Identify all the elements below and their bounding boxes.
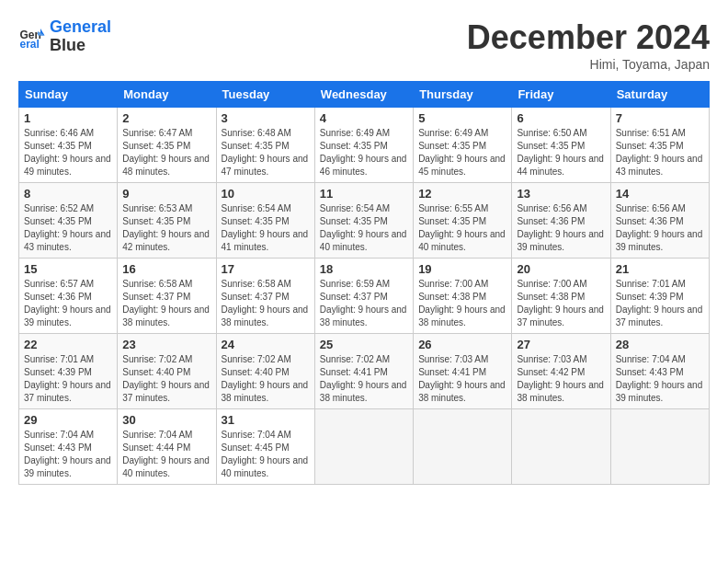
- day-info: Sunrise: 6:46 AMSunset: 4:35 PMDaylight:…: [24, 127, 112, 178]
- day-info: Sunrise: 6:53 AMSunset: 4:35 PMDaylight:…: [122, 202, 210, 254]
- calendar-cell: 16Sunrise: 6:58 AMSunset: 4:37 PMDayligh…: [118, 259, 216, 334]
- calendar-cell: 1Sunrise: 6:46 AMSunset: 4:35 PMDaylight…: [19, 108, 118, 183]
- calendar-cell: 9Sunrise: 6:53 AMSunset: 4:35 PMDaylight…: [118, 183, 216, 259]
- calendar-cell: 19Sunrise: 7:00 AMSunset: 4:38 PMDayligh…: [414, 259, 512, 334]
- header-saturday: Saturday: [610, 82, 709, 108]
- day-number: 2: [122, 111, 210, 125]
- day-number: 29: [24, 413, 112, 427]
- day-info: Sunrise: 6:47 AMSunset: 4:35 PMDaylight:…: [122, 127, 210, 178]
- calendar-cell: 23Sunrise: 7:02 AMSunset: 4:40 PMDayligh…: [118, 334, 216, 409]
- day-info: Sunrise: 7:04 AMSunset: 4:43 PMDaylight:…: [24, 429, 112, 480]
- calendar-cell: [610, 409, 709, 485]
- calendar-cell: 31Sunrise: 7:04 AMSunset: 4:45 PMDayligh…: [216, 409, 314, 485]
- day-info: Sunrise: 6:58 AMSunset: 4:37 PMDaylight:…: [122, 278, 210, 329]
- calendar-cell: 21Sunrise: 7:01 AMSunset: 4:39 PMDayligh…: [610, 259, 709, 334]
- day-number: 19: [418, 262, 506, 276]
- day-info: Sunrise: 6:56 AMSunset: 4:36 PMDaylight:…: [616, 202, 704, 254]
- day-number: 24: [222, 338, 310, 351]
- calendar-cell: 10Sunrise: 6:54 AMSunset: 4:35 PMDayligh…: [216, 183, 314, 259]
- calendar-cell: 22Sunrise: 7:01 AMSunset: 4:39 PMDayligh…: [19, 334, 118, 409]
- day-info: Sunrise: 7:02 AMSunset: 4:40 PMDaylight:…: [222, 353, 310, 405]
- calendar-week-row: 22Sunrise: 7:01 AMSunset: 4:39 PMDayligh…: [19, 334, 710, 409]
- day-info: Sunrise: 7:02 AMSunset: 4:40 PMDaylight:…: [122, 353, 210, 405]
- calendar-cell: 26Sunrise: 7:03 AMSunset: 4:41 PMDayligh…: [414, 334, 512, 409]
- day-number: 9: [122, 187, 210, 201]
- day-info: Sunrise: 7:03 AMSunset: 4:42 PMDaylight:…: [517, 353, 605, 405]
- svg-text:eral: eral: [20, 38, 40, 51]
- calendar-cell: 12Sunrise: 6:55 AMSunset: 4:35 PMDayligh…: [414, 183, 512, 259]
- day-number: 13: [517, 187, 605, 201]
- header-thursday: Thursday: [414, 82, 512, 108]
- calendar-cell: 7Sunrise: 6:51 AMSunset: 4:35 PMDaylight…: [610, 108, 709, 183]
- day-info: Sunrise: 6:59 AMSunset: 4:37 PMDaylight:…: [320, 278, 408, 329]
- calendar-cell: 4Sunrise: 6:49 AMSunset: 4:35 PMDaylight…: [314, 108, 413, 183]
- day-number: 1: [24, 111, 112, 125]
- day-info: Sunrise: 6:57 AMSunset: 4:36 PMDaylight:…: [24, 278, 112, 329]
- title-block: December 2024 Himi, Toyama, Japan: [467, 18, 710, 72]
- day-number: 31: [222, 413, 310, 427]
- calendar-cell: 2Sunrise: 6:47 AMSunset: 4:35 PMDaylight…: [118, 108, 216, 183]
- day-number: 28: [616, 338, 704, 351]
- calendar-week-row: 1Sunrise: 6:46 AMSunset: 4:35 PMDaylight…: [19, 108, 710, 183]
- day-number: 16: [122, 262, 210, 276]
- calendar-cell: 28Sunrise: 7:04 AMSunset: 4:43 PMDayligh…: [610, 334, 709, 409]
- day-number: 14: [616, 187, 704, 201]
- calendar-cell: 24Sunrise: 7:02 AMSunset: 4:40 PMDayligh…: [216, 334, 314, 409]
- day-info: Sunrise: 6:50 AMSunset: 4:35 PMDaylight:…: [517, 127, 605, 178]
- day-info: Sunrise: 6:56 AMSunset: 4:36 PMDaylight:…: [517, 202, 605, 254]
- calendar-week-row: 15Sunrise: 6:57 AMSunset: 4:36 PMDayligh…: [19, 259, 710, 334]
- calendar-cell: 20Sunrise: 7:00 AMSunset: 4:38 PMDayligh…: [512, 259, 610, 334]
- day-info: Sunrise: 6:48 AMSunset: 4:35 PMDaylight:…: [222, 127, 310, 178]
- day-info: Sunrise: 7:04 AMSunset: 4:45 PMDaylight:…: [222, 429, 310, 480]
- day-info: Sunrise: 6:58 AMSunset: 4:37 PMDaylight:…: [222, 278, 310, 329]
- calendar-cell: [314, 409, 413, 485]
- page-header: Gen eral GeneralBlue December 2024 Himi,…: [18, 18, 710, 72]
- day-info: Sunrise: 6:54 AMSunset: 4:35 PMDaylight:…: [320, 202, 408, 254]
- day-number: 25: [320, 338, 408, 351]
- day-info: Sunrise: 7:04 AMSunset: 4:44 PMDaylight:…: [122, 429, 210, 480]
- calendar-cell: 18Sunrise: 6:59 AMSunset: 4:37 PMDayligh…: [314, 259, 413, 334]
- day-number: 8: [24, 187, 112, 201]
- calendar-cell: 15Sunrise: 6:57 AMSunset: 4:36 PMDayligh…: [19, 259, 118, 334]
- day-info: Sunrise: 6:54 AMSunset: 4:35 PMDaylight:…: [222, 202, 310, 254]
- day-number: 10: [222, 187, 310, 201]
- calendar-cell: 8Sunrise: 6:52 AMSunset: 4:35 PMDaylight…: [19, 183, 118, 259]
- day-number: 4: [320, 111, 408, 125]
- day-number: 7: [616, 111, 704, 125]
- day-info: Sunrise: 6:55 AMSunset: 4:35 PMDaylight:…: [418, 202, 506, 254]
- weekday-header-row: Sunday Monday Tuesday Wednesday Thursday…: [19, 82, 710, 108]
- day-info: Sunrise: 7:01 AMSunset: 4:39 PMDaylight:…: [24, 353, 112, 405]
- calendar-cell: 14Sunrise: 6:56 AMSunset: 4:36 PMDayligh…: [610, 183, 709, 259]
- logo: Gen eral GeneralBlue: [18, 18, 111, 55]
- day-number: 12: [418, 187, 506, 201]
- day-info: Sunrise: 7:03 AMSunset: 4:41 PMDaylight:…: [418, 353, 506, 405]
- day-number: 5: [418, 111, 506, 125]
- calendar-cell: 27Sunrise: 7:03 AMSunset: 4:42 PMDayligh…: [512, 334, 610, 409]
- header-wednesday: Wednesday: [314, 82, 413, 108]
- calendar-cell: 29Sunrise: 7:04 AMSunset: 4:43 PMDayligh…: [19, 409, 118, 485]
- day-info: Sunrise: 6:49 AMSunset: 4:35 PMDaylight:…: [418, 127, 506, 178]
- calendar-cell: 25Sunrise: 7:02 AMSunset: 4:41 PMDayligh…: [314, 334, 413, 409]
- day-number: 6: [517, 111, 605, 125]
- day-info: Sunrise: 7:02 AMSunset: 4:41 PMDaylight:…: [320, 353, 408, 405]
- day-number: 3: [222, 111, 310, 125]
- calendar-table: Sunday Monday Tuesday Wednesday Thursday…: [18, 81, 710, 485]
- day-number: 30: [122, 413, 210, 427]
- calendar-cell: 13Sunrise: 6:56 AMSunset: 4:36 PMDayligh…: [512, 183, 610, 259]
- month-title: December 2024: [467, 18, 710, 57]
- day-number: 21: [616, 262, 704, 276]
- calendar-cell: 17Sunrise: 6:58 AMSunset: 4:37 PMDayligh…: [216, 259, 314, 334]
- calendar-cell: 11Sunrise: 6:54 AMSunset: 4:35 PMDayligh…: [314, 183, 413, 259]
- calendar-cell: 6Sunrise: 6:50 AMSunset: 4:35 PMDaylight…: [512, 108, 610, 183]
- day-number: 11: [320, 187, 408, 201]
- calendar-cell: 30Sunrise: 7:04 AMSunset: 4:44 PMDayligh…: [118, 409, 216, 485]
- day-info: Sunrise: 6:51 AMSunset: 4:35 PMDaylight:…: [616, 127, 704, 178]
- header-friday: Friday: [512, 82, 610, 108]
- calendar-cell: [414, 409, 512, 485]
- day-number: 27: [517, 338, 605, 351]
- calendar-cell: [512, 409, 610, 485]
- day-number: 22: [24, 338, 112, 351]
- day-number: 17: [222, 262, 310, 276]
- logo-text: GeneralBlue: [50, 18, 111, 55]
- day-info: Sunrise: 7:01 AMSunset: 4:39 PMDaylight:…: [616, 278, 704, 329]
